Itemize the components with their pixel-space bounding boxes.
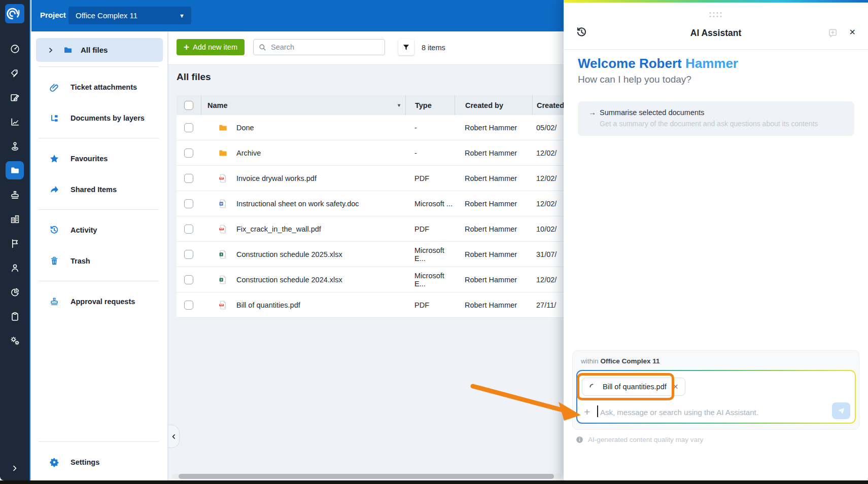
- row-checkbox[interactable]: [184, 123, 193, 132]
- folder-icon: [10, 165, 20, 176]
- column-header-created-by[interactable]: Created by: [455, 95, 532, 115]
- file-name: Construction schedule 2024.xlsx: [236, 276, 342, 284]
- sidebar-item-ticket-attachments[interactable]: Ticket attachments: [31, 71, 167, 102]
- chip-remove-icon[interactable]: ✕: [673, 383, 679, 391]
- sidebar-item-shared-items[interactable]: Shared Items: [31, 174, 167, 205]
- sidebar-item-label: Ticket attachments: [71, 83, 137, 91]
- suggestion-summarise-documents[interactable]: → Summarise selected documents Get a sum…: [578, 101, 854, 136]
- folder-icon: [63, 45, 73, 55]
- paperclip-icon: [49, 82, 60, 92]
- row-checkbox-cell: [177, 275, 201, 284]
- row-checkbox[interactable]: [184, 199, 193, 208]
- pdf-file-icon: PDF: [218, 300, 228, 310]
- attach-plus-button[interactable]: +: [584, 406, 590, 417]
- row-checkbox[interactable]: [184, 174, 193, 183]
- file-name-cell: Archive: [201, 148, 405, 158]
- sidebar-item-label: Trash: [71, 257, 90, 265]
- select-all-cell: [177, 95, 201, 115]
- sidebar-item-label: Shared Items: [71, 185, 117, 194]
- rail-item-flag[interactable]: [6, 234, 24, 252]
- sidebar-item-approval-requests[interactable]: Approval requests: [31, 286, 167, 317]
- sidebar-bottom: Settings: [31, 437, 167, 477]
- rail-item-ticket[interactable]: [6, 88, 24, 106]
- svg-text:X: X: [220, 278, 222, 281]
- rail-item-tags[interactable]: [6, 64, 24, 82]
- chart-icon: [10, 117, 20, 127]
- folder-icon: [218, 123, 228, 133]
- rail-item-chart[interactable]: [6, 113, 24, 131]
- project-selector[interactable]: Office Complex 11 ▼: [68, 7, 191, 24]
- tags-icon: [10, 68, 20, 79]
- rail-item-buildings[interactable]: [6, 210, 24, 228]
- file-name-cell: XConstruction schedule 2025.xlsx: [201, 249, 405, 259]
- send-button[interactable]: [832, 402, 850, 419]
- ai-input-placeholder[interactable]: Ask, message or search using the AI Assi…: [600, 408, 758, 417]
- sidebar-item-label: Approval requests: [71, 297, 135, 306]
- add-new-item-button[interactable]: + Add new item: [177, 39, 245, 55]
- rail-item-gears[interactable]: [6, 331, 24, 350]
- rail-item-person[interactable]: [6, 258, 24, 277]
- rail-item-gauge[interactable]: [6, 40, 24, 58]
- close-panel-button[interactable]: ✕: [849, 27, 856, 37]
- rail-item-clipboard[interactable]: [6, 307, 24, 325]
- column-header-name[interactable]: Name ▾: [201, 95, 405, 115]
- file-name: Fix_crack_in_the_wall.pdf: [236, 225, 321, 233]
- rail-item-stamp[interactable]: [6, 185, 24, 204]
- excel-file-icon: X: [218, 249, 228, 259]
- drag-handle-icon[interactable]: [710, 12, 722, 18]
- attached-file-chip[interactable]: Bill of quantities.pdf ✕: [582, 378, 685, 396]
- row-checkbox-cell: [177, 250, 201, 259]
- svg-text:X: X: [220, 252, 222, 255]
- sidebar-item-activity[interactable]: Activity: [31, 214, 167, 245]
- row-checkbox[interactable]: [184, 275, 193, 284]
- app-window: Project Office Complex 11 ▼ All files Ti…: [0, 0, 868, 484]
- sort-descending-icon[interactable]: ▾: [398, 102, 400, 108]
- sidebar-item-all-files[interactable]: All files: [36, 38, 163, 62]
- feedback-button[interactable]: [828, 28, 838, 40]
- divider: [39, 281, 159, 281]
- panel-title: AI Assistant: [564, 28, 868, 39]
- row-checkbox-cell: [177, 225, 201, 234]
- file-name-cell: WInstructional sheet on work safety.doc: [201, 199, 405, 209]
- welcome-heading: Welcome Robert Hammer: [578, 56, 738, 71]
- file-type: -: [405, 124, 455, 132]
- within-scope: withinOffice Complex 11: [581, 357, 660, 365]
- row-checkbox-cell: [177, 148, 201, 158]
- rail-item-pie[interactable]: [6, 283, 24, 301]
- row-checkbox[interactable]: [184, 148, 193, 158]
- person-icon: [10, 263, 20, 273]
- suggestion-title: Summarise selected documents: [600, 108, 704, 117]
- file-type: Microsoft ...: [405, 200, 455, 208]
- column-header-type[interactable]: Type: [405, 95, 455, 115]
- rail-item-surveyor[interactable]: [6, 137, 24, 155]
- row-checkbox[interactable]: [184, 225, 193, 234]
- search-input[interactable]: Search: [253, 39, 385, 55]
- chevron-right-icon[interactable]: [47, 47, 54, 54]
- filter-button[interactable]: [398, 39, 414, 55]
- sidebar-item-label: Documents by layers: [71, 114, 145, 122]
- planradar-logo: [5, 4, 24, 23]
- sidebar-item-trash[interactable]: Trash: [31, 245, 167, 276]
- file-name: Construction schedule 2025.xlsx: [236, 250, 342, 258]
- ticket-icon: [10, 92, 20, 103]
- sidebar-item-label: Settings: [71, 458, 99, 466]
- svg-text:PDF: PDF: [220, 228, 223, 230]
- sidebar-item-documents-by-layers[interactable]: Documents by layers: [31, 102, 167, 133]
- sidebar-collapse-button[interactable]: [168, 425, 180, 448]
- row-checkbox[interactable]: [184, 250, 193, 259]
- sidebar-nav-list: Ticket attachmentsDocuments by layersFav…: [31, 66, 167, 317]
- star-icon: [49, 154, 60, 164]
- search-icon: [259, 44, 266, 51]
- select-all-checkbox[interactable]: [184, 101, 193, 110]
- rail-expand-button[interactable]: [0, 464, 29, 472]
- row-checkbox-cell: [177, 123, 201, 132]
- sidebar-item-favourites[interactable]: Favourites: [31, 143, 167, 174]
- file-created-by: Robert Hammer: [455, 149, 532, 157]
- sidebar-item-label: All files: [81, 46, 108, 54]
- rail-item-folder[interactable]: [6, 161, 24, 179]
- scrollbar-thumb[interactable]: [179, 474, 554, 479]
- sidebar-item-settings[interactable]: Settings: [31, 446, 167, 477]
- row-checkbox[interactable]: [184, 301, 193, 310]
- layers-icon: [49, 113, 60, 123]
- row-checkbox-cell: [177, 301, 201, 310]
